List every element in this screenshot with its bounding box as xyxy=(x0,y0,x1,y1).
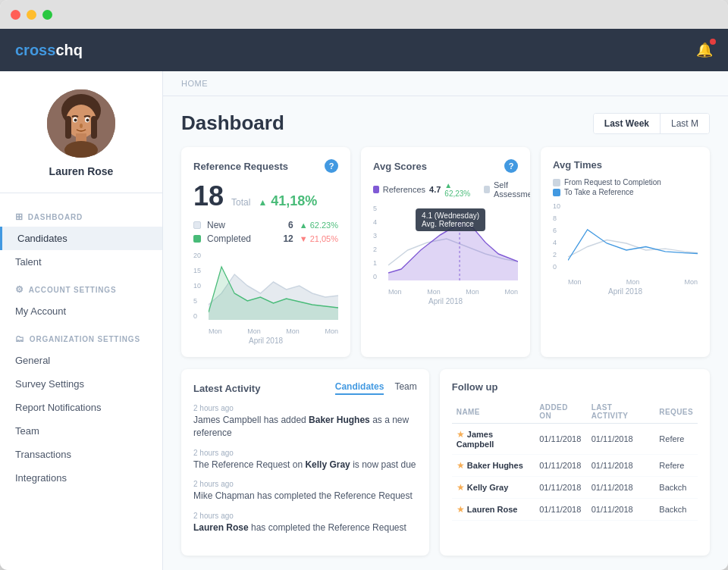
activity-text-3: Mike Chapman has completed the Reference… xyxy=(193,490,417,503)
avg-scores-card: Avg Scores ? References 4.7 ▲ 62,23% xyxy=(361,147,530,357)
star-icon: ★ xyxy=(457,482,465,493)
followup-table: NAME ADDED ON LAST ACTIVITY REQUES ★ Jam… xyxy=(452,400,698,521)
new-dot xyxy=(193,221,201,229)
svg-rect-4 xyxy=(91,116,97,139)
activity-text-1: James Campbell has added Baker Hughes as… xyxy=(193,414,417,440)
scores-legend: References 4.7 ▲ 62,23% Self Assessment … xyxy=(373,180,518,199)
ref-chart-x: Mon Mon Mon Mon xyxy=(209,327,338,335)
row4-req: Backch xyxy=(654,499,698,521)
folder-icon: 🗂 xyxy=(15,334,25,344)
ref-stat-new: New 6 ▲ 62.23% xyxy=(193,220,338,230)
sidebar: Lauren Rose ⊞ DASHBOARD Candidates Talen… xyxy=(0,71,163,570)
table-row: ★ James Campbell 01/11/2018 01/11/2018 R… xyxy=(452,424,698,455)
scores-legend-self: Self Assessment 3.2 ▼ 21,05% xyxy=(484,180,530,199)
settings-icon: ⚙ xyxy=(15,284,24,295)
activity-item-4: 2 hours ago Lauren Rose has completed th… xyxy=(193,512,417,534)
svg-point-11 xyxy=(80,124,83,128)
row1-name: ★ James Campbell xyxy=(452,424,535,455)
minimize-button[interactable] xyxy=(27,10,36,20)
row1-req: Refere xyxy=(654,424,698,455)
request-legend-dot xyxy=(553,179,560,186)
sidebar-item-survey-settings[interactable]: Survey Settings xyxy=(0,372,162,396)
ref-chart-svg-wrap xyxy=(209,252,338,320)
followup-tbody: ★ James Campbell 01/11/2018 01/11/2018 R… xyxy=(452,424,698,521)
table-row: ★ Lauren Rose 01/11/2018 01/11/2018 Back… xyxy=(452,499,698,521)
ref-chart-bottom: April 2018 xyxy=(193,337,338,345)
avatar-image xyxy=(47,89,115,158)
close-button[interactable] xyxy=(11,10,20,20)
svg-point-9 xyxy=(74,119,77,122)
row4-name: ★ Lauren Rose xyxy=(452,499,535,521)
sidebar-item-integrations[interactable]: Integrations xyxy=(0,466,162,490)
table-row: ★ Baker Hughes 01/11/2018 01/11/2018 Ref… xyxy=(452,455,698,477)
logo-cross: cross xyxy=(15,42,55,59)
row4-added: 01/11/2018 xyxy=(535,499,586,521)
ref-card-header: Reference Requests ? xyxy=(193,159,338,173)
activity-time-4: 2 hours ago xyxy=(193,512,417,520)
times-legend2: To Take a Reference xyxy=(553,188,698,196)
times-legend: From Request to Completion xyxy=(553,178,698,186)
activity-header: Latest Activity Candidates Team xyxy=(193,381,417,395)
ref-help-icon[interactable]: ? xyxy=(325,159,338,173)
sidebar-item-report-notifications[interactable]: Report Notifications xyxy=(0,396,162,419)
header-icons: 🔔 xyxy=(696,42,713,58)
logo-chq: chq xyxy=(55,42,83,59)
traffic-lights xyxy=(11,10,52,20)
tooltip-val: 4.1 (Wednesday) xyxy=(422,211,479,220)
times-card-title: Avg Times xyxy=(553,159,602,171)
scores-help-icon[interactable]: ? xyxy=(504,159,518,173)
ref-arrow-up: ▲ xyxy=(258,197,267,208)
scores-card-header: Avg Scores ? xyxy=(373,159,518,173)
scores-chart-y: 5 4 3 2 1 0 xyxy=(373,205,377,280)
followup-card: Follow up NAME ADDED ON LAST ACTIVITY RE… xyxy=(440,369,710,556)
account-settings-section-label: ⚙ ACCOUNT SETTINGS xyxy=(0,274,162,299)
times-legend1-label: From Request to Completion xyxy=(564,178,661,186)
app: cross chq 🔔 xyxy=(0,29,728,570)
row3-name: ★ Kelly Gray xyxy=(452,477,535,499)
scores-card-title: Avg Scores xyxy=(373,161,427,172)
table-row: ★ Kelly Gray 01/11/2018 01/11/2018 Backc… xyxy=(452,477,698,499)
content-inner: Dashboard Last Week Last M Reference Req… xyxy=(163,96,728,570)
ref-pct-change: ▲ 41,18% xyxy=(258,193,317,209)
row1-last: 01/11/2018 xyxy=(587,424,655,455)
col-name: NAME xyxy=(452,400,535,424)
activity-title: Latest Activity xyxy=(193,383,260,394)
sidebar-item-my-account[interactable]: My Account xyxy=(0,299,162,323)
header: cross chq 🔔 xyxy=(0,29,728,71)
row4-last: 01/11/2018 xyxy=(587,499,655,521)
col-added: ADDED ON xyxy=(535,400,586,424)
sidebar-nav: ⊞ DASHBOARD Candidates Talent ⚙ ACCOUNT … xyxy=(0,193,162,497)
new-pct: ▲ 62.23% xyxy=(300,221,338,230)
scores-chart: 5 4 3 2 1 0 xyxy=(373,205,518,296)
col-req: REQUES xyxy=(654,400,698,424)
latest-activity-card: Latest Activity Candidates Team 2 hours … xyxy=(181,369,429,556)
row3-added: 01/11/2018 xyxy=(535,477,586,499)
tab-team[interactable]: Team xyxy=(394,381,416,395)
times-legend-request: From Request to Completion xyxy=(553,178,661,186)
time-filter-last-week[interactable]: Last Week xyxy=(594,114,661,133)
sidebar-item-general[interactable]: General xyxy=(0,349,162,372)
star-icon: ★ xyxy=(457,460,465,471)
content-area: HOME Dashboard Last Week Last M xyxy=(163,71,728,570)
sidebar-item-candidates[interactable]: Candidates xyxy=(0,227,162,250)
row2-name: ★ Baker Hughes xyxy=(452,455,535,477)
sidebar-item-team[interactable]: Team xyxy=(0,419,162,443)
time-filter-last-month[interactable]: Last M xyxy=(661,114,709,133)
scores-chart-x: Mon Mon Mon Mon xyxy=(388,288,518,296)
sidebar-item-talent[interactable]: Talent xyxy=(0,250,162,274)
star-icon: ★ xyxy=(457,504,465,515)
activity-time-1: 2 hours ago xyxy=(193,404,417,412)
app-window: cross chq 🔔 xyxy=(0,0,728,570)
titlebar xyxy=(0,0,728,29)
tab-candidates[interactable]: Candidates xyxy=(335,381,384,395)
row2-last: 01/11/2018 xyxy=(587,455,655,477)
notification-bell[interactable]: 🔔 xyxy=(696,42,713,58)
maximize-button[interactable] xyxy=(42,10,52,20)
sidebar-item-transactions[interactable]: Transactions xyxy=(0,443,162,466)
page-title: Dashboard xyxy=(181,111,284,135)
row2-req: Refere xyxy=(654,455,698,477)
bottom-row: Latest Activity Candidates Team 2 hours … xyxy=(181,369,710,556)
reference-requests-card: Reference Requests ? 18 Total ▲ 41,18% xyxy=(181,147,350,357)
followup-title: Follow up xyxy=(452,381,698,393)
time-filter: Last Week Last M xyxy=(593,113,710,134)
